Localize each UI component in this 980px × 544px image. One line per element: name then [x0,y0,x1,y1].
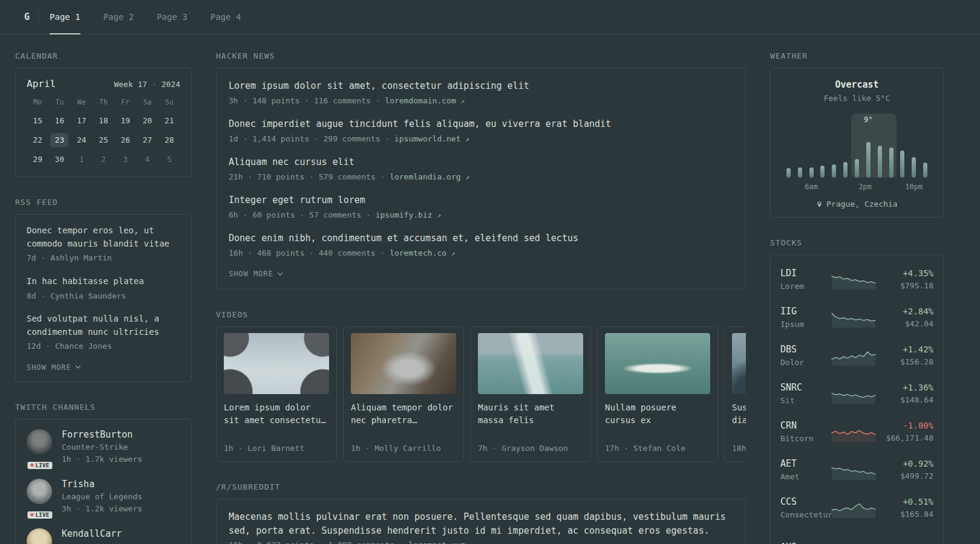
nav-tab-page-2[interactable]: Page 2 [103,0,134,34]
stocks-list: LDILorem+4.35%$795.18IIGIpsum+2.84%$42.0… [780,261,933,544]
stock-sparkline [829,462,878,480]
twitch-channel: LIVETrishaLeague of Legends3h · 1.2k vie… [27,479,180,515]
rss-list: Donec tempor eros leo, ut commodo mauris… [27,224,180,352]
app-logo[interactable]: G [24,0,38,34]
stock-values: +1.42%$156.28 [878,345,933,368]
subreddit-post-item: Maecenas mollis pulvinar erat non posuer… [229,510,733,544]
rss-item-title[interactable]: Donec tempor eros leo, ut commodo mauris… [27,224,180,250]
subreddit-widget: /R/SUBREDDIT Maecenas mollis pulvinar er… [216,482,746,544]
hackernews-domain-link[interactable]: loremtech.co ↗ [390,248,455,257]
calendar-separator: · [152,80,157,89]
stock-row: IIGIpsum+2.84%$42.04 [780,299,933,337]
video-thumbnail-canoe-lake[interactable] [605,333,710,394]
meta-separator: · [36,253,50,262]
hackernews-age: 6h [229,210,238,219]
channel-avatar[interactable] [27,528,52,544]
stock-sparkline [829,386,878,404]
video-meta: 7h · Grayson Dawson [478,442,583,455]
channel-name[interactable]: ForrestBurton [62,429,142,440]
channel-info: KendallCarr [62,528,122,544]
stock-values: +0.92%$499.72 [878,459,933,482]
stock-values: +2.84%$42.04 [878,306,933,330]
channel-name[interactable]: Trisha [62,479,142,490]
subreddit-post-meta: 19h · 9,932 points · 1,090 comments · lo… [229,539,733,544]
weather-hour-bar [820,166,825,178]
weather-location-label: Prague, Czechia [826,199,897,209]
channel-info: ForrestBurtonCounter-Strike1h · 1.7k vie… [62,429,142,465]
channel-game: Counter-Strike [62,441,142,453]
weather-hour-bar [843,162,848,178]
hackernews-meta: 3h · 148 points · 116 comments · loremdo… [229,95,733,107]
hackernews-domain-link[interactable]: ipsumworld.net ↗ [394,134,469,143]
external-link-icon: ↗ [437,212,441,219]
channel-avatar[interactable] [27,429,52,455]
channel-uptime: 3h [62,504,71,513]
meta-separator: · [71,455,85,464]
weather-bars [783,140,931,178]
meta-separator: · [361,444,374,453]
meta-separator: · [238,96,252,105]
twitch-widget: TWITCH CHANNELS LIVEForrestBurtonCounter… [15,403,192,544]
subreddit-post-title[interactable]: Maecenas mollis pulvinar erat non posuer… [229,510,733,537]
rss-show-more-button[interactable]: SHOW MORE [27,363,180,372]
video-title[interactable]: Mauris sit amet massa felis [478,401,583,427]
calendar-widget: CALENDAR April Week 17 · 2024 MoTuWeThFr… [15,51,192,177]
stock-row: AETAmet+0.92%$499.72 [780,452,933,490]
meta-separator: · [36,291,50,300]
stock-price: $66,171.48 [878,432,933,444]
video-title[interactable]: Nullam posuere cursus ex [605,401,710,427]
hackernews-title[interactable]: Integer eget rutrum lorem [229,193,733,207]
video-age: 1h [224,444,234,453]
meta-separator: · [314,540,328,544]
stock-sparkline [829,500,878,518]
weather-location[interactable]: Prague, Czechia [780,199,933,209]
subreddit-post-domain-link[interactable]: loremnet.xyz ↗ [408,540,474,544]
calendar-day-header: Mo [27,98,48,109]
video-title[interactable]: Lorem ipsum dolor sit amet consectetu… [224,401,329,427]
channel-meta: 3h · 1.2k viewers [62,503,142,515]
subreddit-post-comments: 1,090 comments [328,540,394,544]
stock-symbol: AHS [780,542,829,544]
video-thumbnail-sea-boat-wake[interactable] [478,333,583,394]
calendar-date: 1 [73,152,91,167]
hackernews-domain-link[interactable]: loremlandia.org ↗ [390,172,469,181]
video-thumbnail-concrete-cross-sky[interactable] [224,333,329,394]
external-link-icon: ↗ [465,173,469,181]
hackernews-title[interactable]: Donec enim nibh, condimentum et accumsan… [229,232,733,245]
channel-viewers: 1.2k viewers [85,504,142,513]
channel-avatar[interactable] [27,479,52,504]
video-age: 7h [478,444,488,453]
calendar-date: 21 [160,114,178,128]
video-thumbnail-foggy-figure[interactable] [732,333,746,394]
hackernews-title[interactable]: Lorem ipsum dolor sit amet, consectetur … [229,79,733,93]
hackernews-domain-link[interactable]: ipsumify.biz ↗ [376,210,441,219]
video-thumbnail-hands-camera[interactable] [351,333,456,394]
rss-item-title[interactable]: Sed volutpat nulla nisl, a condimentum n… [27,312,180,338]
nav-tab-page-4[interactable]: Page 4 [211,0,241,34]
nav-tab-page-1[interactable]: Page 1 [50,0,80,34]
stock-values: +4.35%$795.18 [878,268,933,292]
hackernews-show-more-button[interactable]: SHOW MORE [229,270,733,278]
calendar-date-selected: 23 [50,133,68,147]
calendar-date: 5 [160,152,178,167]
rss-item: In hac habitasse platea8d · Cynthia Saun… [27,275,180,302]
dashboard-columns: CALENDAR April Week 17 · 2024 MoTuWeThFr… [0,34,980,544]
video-title[interactable]: Aliquam tempor dolor nec pharetra… [351,401,456,427]
stock-symbol: CCS [780,496,829,507]
stock-symbol: IIG [780,306,829,317]
meta-separator: · [71,504,85,513]
hackernews-title[interactable]: Aliquam nec cursus elit [229,155,733,169]
stock-values: +1.36%$148.64 [878,383,933,406]
channel-name[interactable]: KendallCarr [62,528,122,539]
calendar-date: 27 [139,133,157,147]
rss-item-title[interactable]: In hac habitasse platea [27,275,180,288]
subreddit-post-list: Maecenas mollis pulvinar erat non posuer… [229,510,733,544]
video-title[interactable]: Suspendisse diam [732,401,746,427]
hackernews-domain-link[interactable]: loremdomain.com ↗ [385,96,465,105]
chevron-down-icon [75,365,81,369]
calendar-date: 26 [116,133,134,147]
nav-tab-page-3[interactable]: Page 3 [157,0,188,34]
rss-item: Donec tempor eros leo, ut commodo mauris… [27,224,180,264]
meta-separator: · [295,210,309,219]
hackernews-title[interactable]: Donec imperdiet augue tincidunt felis al… [229,117,733,131]
